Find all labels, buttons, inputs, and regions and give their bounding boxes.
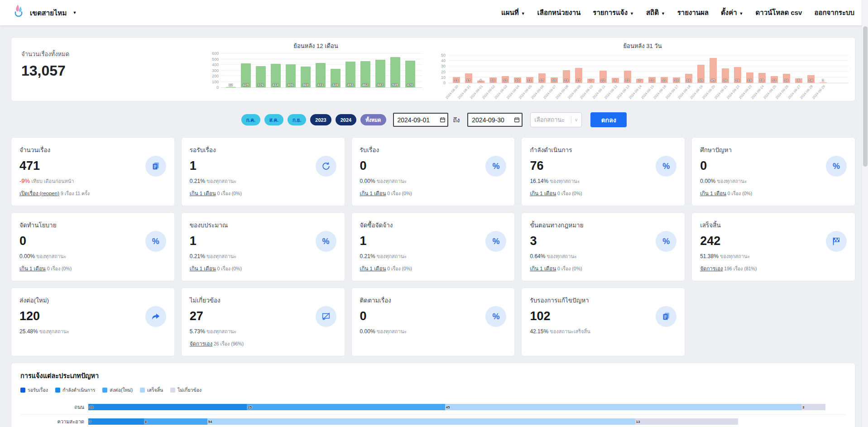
page-scrollbar[interactable] [862, 0, 868, 427]
filter-pill-4[interactable]: 2023 [310, 114, 331, 125]
problem-type-rows: ถนน2025453ความสะอาด785413น้ำท่วม142111 [20, 400, 846, 427]
filter-pill-3[interactable]: ก.ย. [288, 114, 306, 125]
date-to-input[interactable] [467, 113, 523, 127]
bar-value-label: 369 [298, 83, 313, 87]
nav-item-8[interactable]: ออกจากระบบ [814, 7, 854, 18]
card-title: กำลังดำเนินการ [530, 145, 676, 155]
bar-segment: 54 [207, 418, 635, 425]
nav-item-7[interactable]: ดาวน์โหลด csv [756, 7, 802, 18]
bar-group: 172024-09-06 [536, 55, 548, 83]
card-link-line: เกิน 1 เดือน 0 เรื่อง (0%) [190, 264, 336, 273]
nav-item-2[interactable]: เลือกหน่วยงาน [537, 7, 581, 18]
stack-row-2: ความสะอาด785413 [20, 415, 846, 427]
card-link[interactable]: เกิน 1 เดือน [700, 191, 726, 196]
bar-value-label: 1 [817, 78, 829, 82]
percent-note: ของทุกสถานะ [715, 178, 747, 184]
legend-item[interactable]: ส่งต่อ(ใหม่) [102, 386, 133, 394]
status-card-10: เสร็จสิ้น24251.38% ของทุกสถานะจัดการเอง … [691, 212, 855, 281]
bar-value-label: 470 [403, 83, 417, 87]
filter-pill-2[interactable]: ส.ค. [264, 114, 283, 125]
status-card-11: ส่งต่อ(ใหม่)12025.48% ของทุกสถานะ [11, 288, 175, 356]
percent-icon: % [145, 231, 166, 252]
scrollbar-thumb[interactable] [863, 26, 868, 167]
percent-note: ของทุกสถานะ [205, 254, 236, 259]
chat-crossed-icon [316, 306, 336, 327]
card-percent-line: 51.38% ของทุกสถานะ [700, 252, 847, 260]
percent-icon: % [485, 306, 506, 327]
legend-item[interactable]: รอรับเรื่อง [20, 386, 48, 394]
bar-group: 332024-09-19 [695, 55, 707, 83]
card-title: รับเรื่อง [360, 145, 507, 155]
status-card-6: จัดทำนโยบาย0%0.00% ของทุกสถานะเกิน 1 เดื… [11, 212, 175, 281]
card-link[interactable]: จัดการเอง [700, 266, 723, 271]
bar-group: 72024-09-14 [633, 55, 646, 83]
card-link[interactable]: เกิน 1 เดือน [360, 191, 386, 196]
bar-value-label: 18 [756, 78, 768, 82]
y-axis-tick-label: 500 [205, 57, 219, 62]
filter-pill-5[interactable]: 2024 [336, 114, 356, 125]
legend-item[interactable]: เสร็จสิ้น [140, 386, 163, 394]
legend-label: ไม่เกี่ยวข้อง [177, 386, 201, 394]
nav-item-3[interactable]: รายการแจ้ง▼ [593, 7, 634, 18]
bar-value-label: 23 [560, 78, 572, 82]
card-link-note: 0 เรื่อง (0%) [556, 266, 582, 271]
nav-item-4[interactable]: สถิติ▼ [646, 7, 665, 18]
percent-note: ของทุกสถานะ [545, 254, 576, 259]
filter-pill-6[interactable]: ทั้งหมด [360, 114, 386, 125]
card-percent-line: 0.21% ของทุกสถานะ [190, 252, 336, 260]
date-from-input[interactable] [393, 113, 448, 127]
percent-value: 25.48% [19, 328, 38, 335]
bar-value-label: 10 [548, 78, 560, 82]
card-title: จำนวนเรื่อง [19, 145, 166, 155]
card-link-line: เกิน 1 เดือน 0 เรื่อง (0%) [360, 264, 507, 273]
card-link[interactable]: เกิน 1 เดือน [19, 266, 46, 271]
y-axis-tick-label: 100 [205, 80, 219, 84]
bar-group: 453 [343, 53, 358, 87]
card-link-line: เกิน 1 เดือน 0 เรื่อง (0%) [530, 264, 676, 273]
bar-segment: 7 [88, 418, 144, 425]
bar-value-label: 431 [313, 83, 328, 87]
y-axis-tick-label: 0 [432, 81, 446, 85]
card-link[interactable]: เกิน 1 เดือน [190, 191, 216, 196]
bar-group: 142024-09-28 [805, 55, 817, 83]
card-percent-line: 16.14% ของทุกสถานะ [530, 177, 676, 185]
segment-value-label: 13 [636, 420, 640, 424]
bar-value-label: 535 [388, 83, 403, 87]
percent-note: ของทุกสถานะ [35, 254, 66, 259]
filter-pill-1[interactable]: ก.ค. [241, 114, 260, 125]
monthly-chart-plot: 0100200300400500600124253764144063694313… [221, 53, 422, 88]
legend-item[interactable]: กำลังดำเนินการ [55, 386, 95, 394]
card-link[interactable]: เกิน 1 เดือน [190, 266, 216, 271]
card-link[interactable]: จัดการเอง [190, 341, 212, 346]
bar-segment: 13 [635, 418, 739, 425]
bar-value-label: 17 [462, 78, 475, 82]
bar-value-label: 16 [682, 78, 695, 82]
card-percent-line: 0.64% ของทุกสถานะ [530, 252, 676, 260]
legend-label: ส่งต่อ(ใหม่) [110, 386, 133, 394]
card-link[interactable]: เกิน 1 เดือน [530, 191, 556, 196]
nav-item-6[interactable]: ตั้งค่า▼ [721, 7, 743, 18]
apply-filters-button[interactable]: ตกลง [590, 112, 627, 127]
legend-label: รอรับเรื่อง [28, 386, 48, 394]
percent-value: 0.00% [19, 253, 35, 259]
legend-item[interactable]: ไม่เกี่ยวข้อง [170, 386, 201, 394]
status-select[interactable]: เลือกสถานะ ∨ [530, 112, 582, 127]
card-link-line: จัดการเอง 26 เรื่อง (96%) [190, 340, 336, 348]
status-card-13: ติดตามเรื่อง0%0.00% ของทุกสถานะ [351, 288, 515, 356]
bar-value-label: 462 [358, 83, 373, 87]
nav-item-1[interactable]: แผนที่▼ [501, 7, 525, 18]
card-link[interactable]: เกิน 1 เดือน [530, 266, 556, 271]
bar-group: 406 [283, 53, 298, 87]
brand-logo-icon [12, 4, 25, 21]
bar-value-label: 11 [658, 78, 670, 82]
y-axis-tick-label: 400 [205, 62, 219, 67]
bar-group: 122024-09-25 [768, 55, 780, 83]
org-selector[interactable]: เขตสายไหม ▼ [12, 4, 77, 21]
bar-value-label: 11 [523, 78, 536, 82]
nav-item-5[interactable]: รายงานผล [677, 7, 709, 18]
percent-note: ของทุกสถานะ [375, 329, 407, 334]
card-value: 1 [190, 234, 336, 248]
status-select-placeholder: เลือกสถานะ [534, 115, 565, 125]
card-link[interactable]: เปิดเรื่อง (reopen) [19, 191, 59, 196]
card-link[interactable]: เกิน 1 เดือน [360, 266, 386, 271]
